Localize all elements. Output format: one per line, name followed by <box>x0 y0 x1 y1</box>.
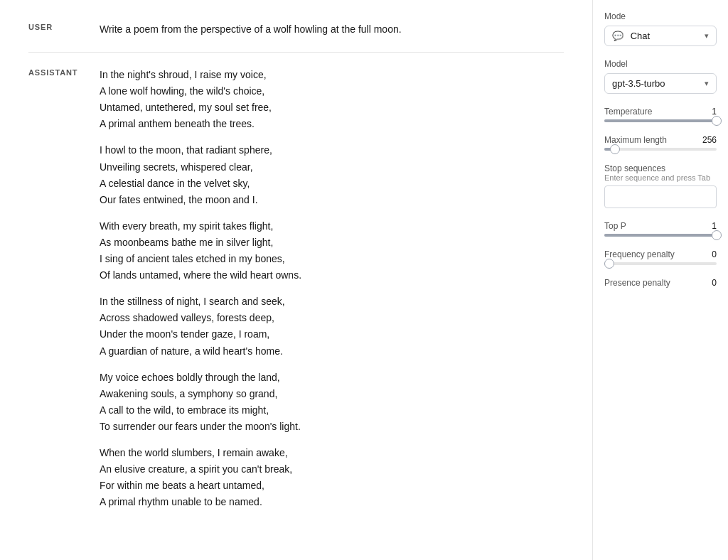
max-length-section: Maximum length 256 <box>604 135 717 151</box>
max-length-label: Maximum length <box>604 135 667 145</box>
presence-penalty-section: Presence penalty 0 <box>604 278 717 288</box>
assistant-role-label: ASSISTANT <box>28 67 85 510</box>
stop-sequences-section: Stop sequences Enter sequence and press … <box>604 163 717 208</box>
model-chevron-icon: ▾ <box>705 79 709 88</box>
poem-stanza-4: My voice echoes boldly through the land,… <box>100 370 564 435</box>
mode-section: Mode 💬 Chat ▾ <box>604 11 717 46</box>
mode-dropdown[interactable]: 💬 Chat ▾ <box>604 26 717 46</box>
frequency-penalty-slider-thumb[interactable] <box>604 259 614 269</box>
top-p-section: Top P 1 <box>604 221 717 237</box>
model-section: Model gpt-3.5-turbo ▾ <box>604 59 717 94</box>
temperature-section: Temperature 1 <box>604 107 717 122</box>
temperature-label: Temperature <box>604 107 652 117</box>
user-message-text: Write a poem from the perspective of a w… <box>100 21 564 38</box>
frequency-penalty-section: Frequency penalty 0 <box>604 249 717 265</box>
frequency-penalty-value: 0 <box>712 249 717 259</box>
max-length-slider-thumb[interactable] <box>610 144 620 154</box>
message-divider <box>28 52 564 53</box>
presence-penalty-row: Presence penalty 0 <box>604 278 717 288</box>
top-p-slider-fill <box>604 234 717 237</box>
max-length-value: 256 <box>702 135 717 145</box>
top-p-value: 1 <box>712 221 717 231</box>
poem-stanza-5: When the world slumbers, I remain awake,… <box>100 445 564 510</box>
poem-stanza-3: In the stillness of night, I search and … <box>100 294 564 359</box>
top-p-label: Top P <box>604 221 626 231</box>
conversation-panel: USER Write a poem from the perspective o… <box>0 0 593 560</box>
top-p-row: Top P 1 <box>604 221 717 231</box>
max-length-row: Maximum length 256 <box>604 135 717 145</box>
user-message-row: USER Write a poem from the perspective o… <box>28 21 564 38</box>
chat-icon: 💬 <box>612 31 623 41</box>
frequency-penalty-label: Frequency penalty <box>604 249 675 259</box>
presence-penalty-label: Presence penalty <box>604 278 670 288</box>
temperature-row: Temperature 1 <box>604 107 717 117</box>
top-p-slider-track[interactable] <box>604 234 717 237</box>
mode-dropdown-value: Chat <box>631 31 650 41</box>
user-role-label: USER <box>28 21 85 38</box>
poem-stanza-2: With every breath, my spirit takes fligh… <box>100 218 564 284</box>
stop-sequences-input[interactable] <box>604 185 717 208</box>
model-dropdown[interactable]: gpt-3.5-turbo ▾ <box>604 73 717 94</box>
temperature-slider-track[interactable] <box>604 119 717 122</box>
model-label: Model <box>604 59 717 69</box>
temperature-slider-fill <box>604 119 717 122</box>
temperature-value: 1 <box>712 107 717 117</box>
max-length-slider-track[interactable] <box>604 148 717 151</box>
stop-sequences-hint: Enter sequence and press Tab <box>604 173 717 182</box>
settings-sidebar: Mode 💬 Chat ▾ Model gpt-3.5-turbo ▾ Temp… <box>593 0 728 560</box>
assistant-message-row: ASSISTANT In the night's shroud, I raise… <box>28 67 564 510</box>
poem-stanza-0: In the night's shroud, I raise my voice,… <box>100 67 564 132</box>
temperature-slider-thumb[interactable] <box>712 116 722 126</box>
assistant-message-body: In the night's shroud, I raise my voice,… <box>100 67 564 510</box>
user-message-body: Write a poem from the perspective of a w… <box>100 21 564 38</box>
frequency-penalty-row: Frequency penalty 0 <box>604 249 717 259</box>
presence-penalty-value: 0 <box>712 278 717 288</box>
stop-sequences-label: Stop sequences <box>604 163 717 173</box>
mode-chevron-icon: ▾ <box>705 31 709 41</box>
poem-stanza-1: I howl to the moon, that radiant sphere,… <box>100 142 564 208</box>
frequency-penalty-slider-track[interactable] <box>604 262 717 265</box>
mode-label: Mode <box>604 11 717 21</box>
mode-dropdown-icon: 💬 Chat <box>612 31 650 41</box>
model-dropdown-value: gpt-3.5-turbo <box>612 78 665 89</box>
top-p-slider-thumb[interactable] <box>712 230 722 240</box>
